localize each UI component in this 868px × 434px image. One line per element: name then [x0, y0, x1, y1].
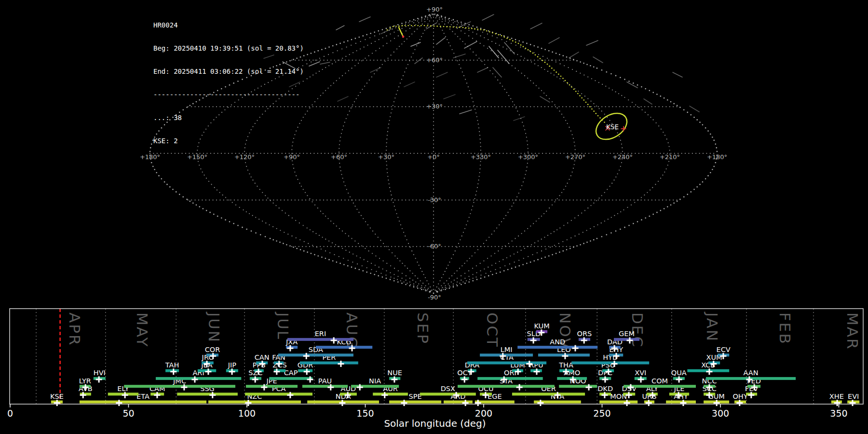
svg-text:250: 250 — [593, 408, 610, 419]
svg-text:JIP: JIP — [228, 361, 237, 369]
svg-text:NUE: NUE — [387, 369, 402, 377]
svg-text:SEP: SEP — [414, 312, 432, 345]
svg-text:+210°: +210° — [660, 153, 680, 161]
svg-text:OCT: OCT — [484, 312, 501, 348]
svg-text:ORS: ORS — [577, 330, 592, 338]
svg-text:COM: COM — [651, 377, 668, 385]
session-begin: Beg: 20250410 19:39:51 (sol = 20.83°) — [153, 44, 304, 52]
svg-text:DSX: DSX — [441, 385, 455, 393]
svg-text:150: 150 — [356, 408, 374, 419]
svg-text:100: 100 — [238, 408, 256, 419]
svg-text:COR: COR — [205, 346, 220, 353]
svg-text:QUA: QUA — [671, 369, 687, 377]
svg-text:MAR: MAR — [844, 312, 861, 351]
svg-text:CAN: CAN — [255, 353, 270, 361]
kse-count: KSE: 2 — [153, 137, 304, 145]
svg-text:ERI: ERI — [315, 330, 326, 338]
svg-text:SPE: SPE — [409, 393, 422, 400]
svg-text:JUL: JUL — [274, 312, 292, 340]
svg-text:0: 0 — [7, 408, 13, 419]
observation-info-panel: HR0024 Beg: 20250410 19:39:51 (sol = 20.… — [153, 6, 304, 160]
svg-text:THA: THA — [558, 361, 573, 369]
svg-text:CAP: CAP — [284, 369, 298, 377]
svg-text:PAU: PAU — [318, 377, 332, 385]
svg-text:-30°: -30° — [428, 196, 441, 203]
svg-text:KUM: KUM — [534, 322, 549, 330]
svg-text:+60°: +60° — [426, 56, 443, 64]
svg-text:50: 50 — [122, 408, 134, 419]
kse-drift-trail — [387, 25, 605, 123]
x-axis-label: Solar longitude (deg) — [384, 418, 486, 429]
meteor-observation-screen: KSE +180°+150°+120°+90°+60°+30°+0°+330°+… — [0, 0, 868, 434]
svg-text:+90°: +90° — [426, 6, 443, 13]
svg-text:+270°: +270° — [565, 153, 585, 161]
svg-text:TAH: TAH — [165, 361, 179, 369]
sporadic-meteor-trails — [264, 14, 699, 121]
session-id: HR0024 — [153, 21, 304, 29]
svg-text:350: 350 — [830, 408, 847, 419]
svg-text:AAN: AAN — [744, 369, 759, 377]
svg-text:200: 200 — [475, 408, 492, 419]
svg-text:AND: AND — [550, 338, 565, 346]
svg-text:+0°: +0° — [427, 153, 440, 161]
sky-and-timeline-plot: KSE +180°+150°+120°+90°+60°+30°+0°+330°+… — [0, 0, 868, 434]
svg-text:300: 300 — [712, 408, 729, 419]
shower-timeline-chart: APRMAYJUNJULAUGSEPOCTNOVDECJANFEBMARKSEE… — [7, 309, 863, 419]
svg-text:+30°: +30° — [426, 103, 443, 110]
svg-text:LYR: LYR — [79, 377, 91, 385]
svg-text:NIA: NIA — [369, 377, 381, 385]
svg-text:+240°: +240° — [612, 153, 633, 161]
svg-text:APR: APR — [66, 312, 83, 346]
svg-text:DKD: DKD — [597, 385, 613, 393]
svg-text:-90°: -90° — [428, 294, 441, 301]
info-separator: ------------------------------------ — [153, 91, 304, 98]
session-end: End: 20250411 03:06:22 (sol = 21.14°) — [153, 68, 304, 75]
svg-text:+300°: +300° — [518, 153, 538, 161]
svg-text:+330°: +330° — [471, 153, 491, 161]
sporadic-count: ...: 38 — [153, 114, 304, 122]
svg-text:XHE: XHE — [829, 393, 844, 400]
svg-text:+180°: +180° — [707, 153, 727, 161]
svg-text:KSE: KSE — [50, 393, 64, 400]
svg-text:JAN: JAN — [704, 312, 721, 342]
svg-text:KSE: KSE — [606, 123, 619, 131]
svg-text:XVI: XVI — [635, 369, 646, 377]
svg-text:-60°: -60° — [428, 243, 441, 250]
svg-text:MAY: MAY — [134, 312, 151, 348]
svg-text:HVI: HVI — [94, 369, 106, 377]
svg-text:OHY: OHY — [732, 393, 747, 400]
svg-text:JUN: JUN — [205, 312, 223, 343]
svg-text:LMI: LMI — [501, 346, 513, 353]
svg-text:+60°: +60° — [331, 153, 347, 161]
svg-text:EVI: EVI — [848, 393, 859, 400]
svg-text:FEB: FEB — [776, 312, 794, 345]
svg-text:ECV: ECV — [717, 346, 731, 353]
svg-text:GEM: GEM — [619, 330, 635, 338]
svg-text:+30°: +30° — [378, 153, 394, 161]
kse-radiant-ellipse: KSE — [591, 108, 632, 145]
